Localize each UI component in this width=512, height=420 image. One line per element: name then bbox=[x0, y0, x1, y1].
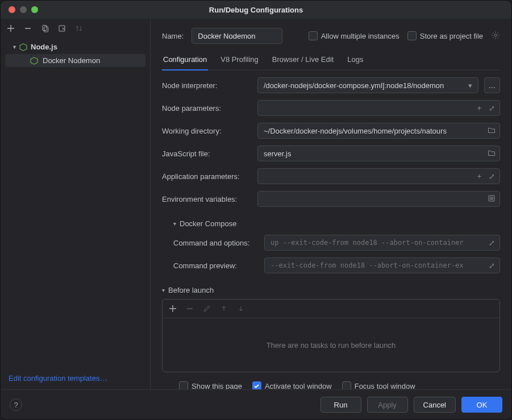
add-config-icon[interactable] bbox=[6, 24, 15, 33]
node-params-row: Node parameters: ＋ ⤢ bbox=[162, 100, 500, 116]
chevron-down-icon: ▾ bbox=[13, 44, 16, 50]
command-preview-row: Command preview: --exit-code-from node18… bbox=[162, 257, 500, 273]
minimize-window-button[interactable] bbox=[20, 6, 27, 13]
sidebar-toolbar bbox=[1, 19, 150, 38]
plus-icon[interactable]: ＋ bbox=[474, 171, 484, 181]
save-config-icon[interactable] bbox=[57, 24, 66, 33]
workdir-label: Working directory: bbox=[162, 127, 252, 135]
tab-browser-live-edit[interactable]: Browser / Live Edit bbox=[271, 52, 335, 70]
command-options-value: up --exit-code-from node18 --abort-on-co… bbox=[270, 239, 484, 247]
tab-logs[interactable]: Logs bbox=[346, 52, 364, 70]
tree-item-docker-nodemon[interactable]: Docker Nodemon bbox=[5, 54, 145, 67]
focus-tool-window-label: Focus tool window bbox=[355, 382, 415, 390]
focus-tool-window-checkbox[interactable]: Focus tool window bbox=[342, 381, 415, 389]
docker-compose-header[interactable]: ▾ Docker Compose bbox=[162, 219, 500, 228]
ok-button[interactable]: OK bbox=[461, 397, 502, 413]
dialog-footer: ? Run Apply Cancel OK bbox=[1, 389, 511, 419]
docker-compose-title: Docker Compose bbox=[180, 219, 236, 228]
list-icon[interactable] bbox=[487, 194, 496, 204]
plus-icon[interactable]: ＋ bbox=[474, 103, 484, 113]
docker-compose-section: ▾ Docker Compose Command and options: up… bbox=[162, 219, 500, 273]
config-name-input[interactable] bbox=[192, 28, 282, 44]
node-params-input[interactable]: ＋ ⤢ bbox=[257, 100, 500, 116]
folder-icon[interactable] bbox=[487, 126, 496, 136]
node-params-label: Node parameters: bbox=[162, 104, 252, 113]
add-task-icon[interactable] bbox=[168, 304, 177, 313]
expand-icon[interactable]: ⤢ bbox=[487, 104, 496, 113]
before-launch-list: There are no tasks to run before launch bbox=[162, 299, 500, 372]
checkbox-icon bbox=[407, 31, 417, 40]
expand-icon[interactable]: ⤢ bbox=[487, 261, 496, 270]
sidebar-footer: Edit configuration templates… bbox=[1, 367, 150, 389]
store-project-label: Store as project file bbox=[420, 32, 483, 40]
expand-icon[interactable]: ⤢ bbox=[487, 239, 496, 247]
store-project-checkbox[interactable]: Store as project file bbox=[407, 31, 483, 40]
svg-rect-1 bbox=[44, 27, 48, 32]
svg-rect-0 bbox=[43, 25, 47, 30]
allow-multiple-label: Allow multiple instances bbox=[321, 32, 399, 40]
chevron-down-icon: ▾ bbox=[173, 221, 176, 227]
edit-templates-link[interactable]: Edit configuration templates… bbox=[9, 374, 107, 382]
browse-interpreter-button[interactable]: … bbox=[484, 77, 500, 93]
before-launch-header[interactable]: ▾ Before launch bbox=[162, 286, 500, 294]
folder-icon[interactable] bbox=[487, 149, 496, 159]
close-window-button[interactable] bbox=[9, 6, 15, 13]
before-launch-empty: There are no tasks to run before launch bbox=[163, 318, 499, 372]
svg-point-5 bbox=[494, 34, 497, 36]
checkbox-icon bbox=[342, 381, 351, 389]
name-row: Name: Allow multiple instances Store as … bbox=[162, 24, 500, 52]
workdir-value: ~/Docker/docker-nodejs/volumes/home/proj… bbox=[264, 127, 484, 135]
before-launch-title: Before launch bbox=[168, 286, 214, 294]
nodejs-icon bbox=[19, 43, 27, 51]
copy-config-icon[interactable] bbox=[40, 24, 49, 33]
main-panel: Name: Allow multiple instances Store as … bbox=[151, 19, 511, 389]
sort-config-icon[interactable] bbox=[74, 24, 84, 33]
command-options-label: Command and options: bbox=[173, 239, 259, 247]
activate-tool-window-checkbox[interactable]: Activate tool window bbox=[252, 381, 332, 389]
tab-configuration[interactable]: Configuration bbox=[162, 52, 208, 70]
cancel-button[interactable]: Cancel bbox=[414, 397, 456, 413]
expand-icon[interactable]: ⤢ bbox=[487, 172, 496, 181]
workdir-input[interactable]: ~/Docker/docker-nodejs/volumes/home/proj… bbox=[257, 123, 500, 139]
before-launch-section: ▾ Before launch bbox=[162, 286, 500, 389]
configurations-sidebar: ▾ Node.js Docker Nodemon Edit configurat… bbox=[1, 19, 151, 389]
tree-group-label: Node.js bbox=[31, 43, 57, 51]
node-interpreter-value: /docker-nodejs/docker-compose.yml]:node1… bbox=[264, 81, 462, 90]
apply-button[interactable]: Apply bbox=[367, 397, 408, 413]
zoom-window-button[interactable] bbox=[31, 6, 38, 13]
move-down-icon[interactable] bbox=[236, 304, 245, 313]
jsfile-input[interactable]: server.js bbox=[257, 145, 500, 161]
command-preview-label: Command preview: bbox=[173, 261, 259, 270]
run-debug-dialog: Run/Debug Configurations bbox=[0, 0, 512, 420]
allow-multiple-checkbox[interactable]: Allow multiple instances bbox=[309, 31, 399, 40]
workdir-row: Working directory: ~/Docker/docker-nodej… bbox=[162, 123, 500, 139]
command-options-row: Command and options: up --exit-code-from… bbox=[162, 235, 500, 251]
chevron-down-icon: ▾ bbox=[465, 81, 474, 90]
gear-icon[interactable] bbox=[491, 31, 500, 41]
checkbox-icon bbox=[179, 381, 188, 389]
jsfile-row: JavaScript file: server.js bbox=[162, 145, 500, 161]
jsfile-label: JavaScript file: bbox=[162, 149, 252, 158]
app-params-label: Application parameters: bbox=[162, 172, 252, 181]
help-button[interactable]: ? bbox=[10, 398, 22, 411]
node-interpreter-select[interactable]: /docker-nodejs/docker-compose.yml]:node1… bbox=[257, 77, 478, 93]
remove-task-icon[interactable] bbox=[185, 304, 194, 313]
config-tree: ▾ Node.js Docker Nodemon bbox=[1, 38, 150, 70]
env-label: Environment variables: bbox=[162, 195, 252, 203]
run-button[interactable]: Run bbox=[320, 397, 361, 413]
config-tabs: Configuration V8 Profiling Browser / Liv… bbox=[162, 52, 500, 70]
nodejs-icon bbox=[30, 57, 38, 65]
node-interpreter-row: Node interpreter: /docker-nodejs/docker-… bbox=[162, 77, 500, 93]
tree-item-label: Docker Nodemon bbox=[43, 56, 100, 65]
app-params-input[interactable]: ＋ ⤢ bbox=[257, 168, 500, 184]
move-up-icon[interactable] bbox=[219, 304, 228, 313]
tree-group-nodejs[interactable]: ▾ Node.js bbox=[3, 40, 148, 53]
node-interpreter-label: Node interpreter: bbox=[162, 81, 252, 90]
env-input[interactable] bbox=[257, 191, 500, 207]
remove-config-icon[interactable] bbox=[23, 24, 32, 33]
tab-v8-profiling[interactable]: V8 Profiling bbox=[219, 52, 259, 70]
show-this-page-checkbox[interactable]: Show this page bbox=[179, 381, 242, 389]
command-options-input[interactable]: up --exit-code-from node18 --abort-on-co… bbox=[264, 235, 500, 251]
activate-tool-window-label: Activate tool window bbox=[265, 382, 332, 390]
edit-task-icon[interactable] bbox=[202, 304, 211, 313]
